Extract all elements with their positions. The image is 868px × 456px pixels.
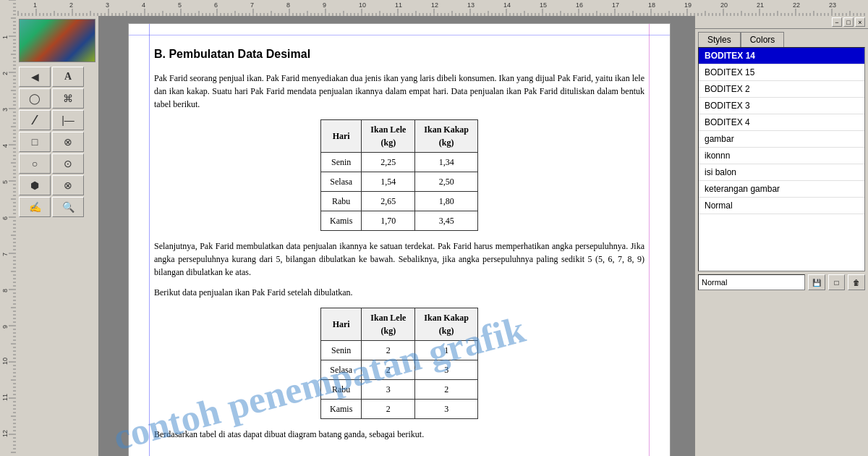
style-list-item[interactable]: isi balon <box>699 164 864 181</box>
rect-tool-btn[interactable]: □ <box>19 132 51 152</box>
close-btn[interactable]: × <box>855 17 865 27</box>
paragraph-2: Selanjutnya, Pak Farid membulatkan data … <box>154 240 644 279</box>
style-list-item[interactable]: Normal <box>699 198 864 214</box>
zoom-tool-btn[interactable]: 🔍 <box>52 197 84 217</box>
style-list-item[interactable]: gambar <box>699 131 864 148</box>
styles-bottom-bar: 💾 □ 🗑 <box>695 271 868 293</box>
page-margin-left <box>149 24 150 456</box>
tab-styles[interactable]: Styles <box>698 32 741 47</box>
style-list-item[interactable]: BODITEX 15 <box>699 64 864 81</box>
styles-list[interactable]: BODITEX 14BODITEX 15BODITEX 2BODITEX 3BO… <box>698 47 865 271</box>
paragraph-4: Berdasarkan tabel di atas dapat dibuat d… <box>154 428 644 441</box>
hex-tool-btn[interactable]: ⬢ <box>19 175 51 195</box>
table-2: Hari Ikan Lele(kg) Ikan Kakap(kg) Senin2… <box>320 308 478 419</box>
toolbar: ◀ A ◯ ⌘ ∕ |— □ ⊗ ○ ⊙ ⬢ ⊗ ✍ 🔍 <box>16 16 99 456</box>
page-margin-right <box>649 24 650 456</box>
table-row: Kamis1,703,45 <box>320 211 477 231</box>
style-list-item[interactable]: BODITEX 3 <box>699 98 864 114</box>
table-row: Selasa1,542,50 <box>320 172 477 192</box>
table-row: Rabu2,651,80 <box>320 192 477 211</box>
ruler-left <box>0 0 16 456</box>
panel-titlebar: − □ × <box>695 16 868 29</box>
minus-tool-btn[interactable]: |— <box>52 110 84 130</box>
table2-header-lele: Ikan Lele(kg) <box>362 308 415 341</box>
line-tool-btn[interactable]: ∕ <box>19 110 51 130</box>
minimize-btn[interactable]: − <box>832 17 842 27</box>
ruler-top <box>0 0 868 16</box>
tab-colors[interactable]: Colors <box>741 32 785 47</box>
hand-tool-btn[interactable]: ✍ <box>19 197 51 217</box>
table2-header-kakap: Ikan Kakap(kg) <box>415 308 478 341</box>
styles-panel: − □ × Styles Colors BODITEX 14BODITEX 15… <box>694 16 868 456</box>
table-row: Senin2,251,34 <box>320 153 477 172</box>
hex2-tool-btn[interactable]: ⊗ <box>52 175 84 195</box>
document-page: B. Pembulatan Data Desimal Pak Farid seo… <box>128 23 671 456</box>
select-tool-btn[interactable]: ◀ <box>19 67 51 87</box>
toolbar-preview <box>19 19 95 62</box>
delete-style-btn[interactable]: 🗑 <box>848 274 865 290</box>
add-style-btn[interactable]: □ <box>828 274 846 290</box>
crop-tool-btn[interactable]: ⌘ <box>52 88 84 109</box>
save-style-btn[interactable]: 💾 <box>808 274 825 290</box>
table1-header-lele: Ikan Lele(kg) <box>362 120 415 153</box>
style-name-field[interactable] <box>698 274 805 290</box>
paragraph-1: Pak Farid seorang penjual ikan. Pak Fari… <box>154 72 644 111</box>
table2-header-hari: Hari <box>320 308 361 341</box>
panel-tabs: Styles Colors <box>695 29 868 47</box>
paragraph-3: Berikut data penjualan ikan Pak Farid se… <box>154 286 644 299</box>
style-list-item[interactable]: BODITEX 2 <box>699 81 864 98</box>
main-canvas-area: B. Pembulatan Data Desimal Pak Farid seo… <box>99 16 694 456</box>
circle-tool-btn[interactable]: ○ <box>19 153 51 174</box>
table-1: Hari Ikan Lele(kg) Ikan Kakap(kg) Senin2… <box>320 119 478 231</box>
page-margin-top <box>129 35 670 35</box>
star-tool-btn[interactable]: ⊙ <box>52 153 84 174</box>
table1-header-kakap: Ikan Kakap(kg) <box>415 120 478 153</box>
style-list-item[interactable]: ikonnn <box>699 148 864 164</box>
text-tool-btn[interactable]: A <box>52 67 84 87</box>
table-row: Senin21 <box>320 341 477 360</box>
table1-header-hari: Hari <box>320 120 361 153</box>
page-title: B. Pembulatan Data Desimal <box>154 46 644 63</box>
table-row: Kamis23 <box>320 400 477 419</box>
table-row: Rabu32 <box>320 380 477 400</box>
cross-tool-btn[interactable]: ⊗ <box>52 132 84 152</box>
ellipse-tool-btn[interactable]: ◯ <box>19 88 51 109</box>
style-list-item[interactable]: keterangan gambar <box>699 181 864 198</box>
table-row: Selasa23 <box>320 360 477 380</box>
style-list-item[interactable]: BODITEX 4 <box>699 114 864 131</box>
style-list-item[interactable]: BODITEX 14 <box>699 48 864 64</box>
maximize-btn[interactable]: □ <box>843 17 854 27</box>
